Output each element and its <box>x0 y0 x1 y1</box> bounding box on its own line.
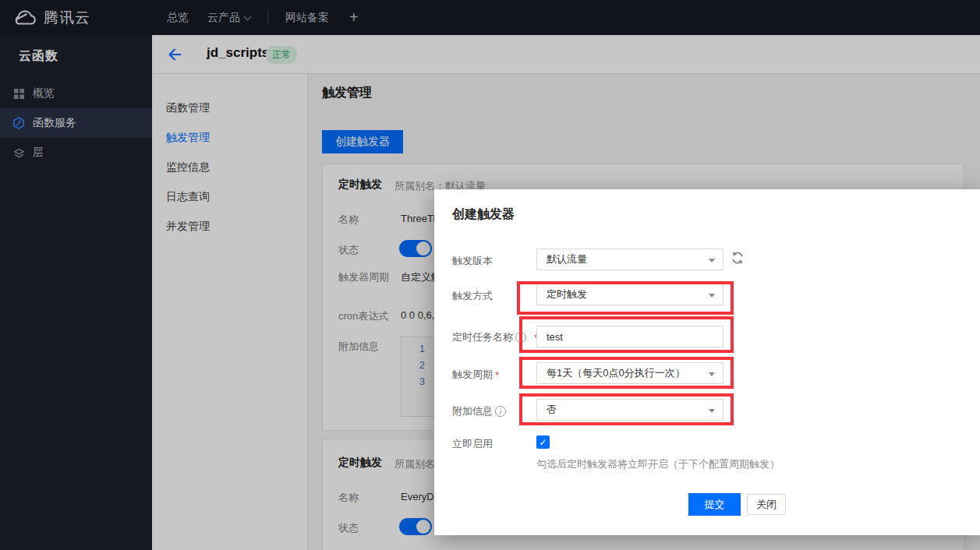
enable-now-label: 立即启用 <box>452 437 493 451</box>
select-caret-icon <box>709 372 715 376</box>
create-trigger-modal: 创建触发器 触发版本 默认流量 触发方式 定时触发 定时任务名称 i * 触 <box>434 189 980 535</box>
refresh-icon[interactable] <box>730 250 745 266</box>
modal-title: 创建触发器 <box>452 206 515 223</box>
task-name-label: 定时任务名称 i * <box>452 330 538 344</box>
version-select[interactable]: 默认流量 <box>536 249 724 270</box>
info-icon[interactable]: i <box>515 332 526 343</box>
info-icon[interactable]: i <box>495 406 506 417</box>
extra-info-select[interactable]: 否 <box>536 399 724 421</box>
extra-info-label: 附加信息 i <box>452 404 506 418</box>
version-label: 触发版本 <box>452 254 493 268</box>
select-caret-icon <box>709 294 715 298</box>
enable-hint: 勾选后定时触发器将立即开启（于下个配置周期触发） <box>536 457 780 471</box>
cycle-label: 触发周期 * <box>452 368 499 382</box>
enable-now-checkbox[interactable]: ✓ <box>536 435 550 449</box>
method-label: 触发方式 <box>452 289 493 303</box>
required-asterisk: * <box>495 369 499 381</box>
close-button[interactable]: 关闭 <box>747 494 786 515</box>
task-name-input[interactable] <box>547 331 713 343</box>
method-select[interactable]: 定时触发 <box>536 284 724 305</box>
cycle-select[interactable]: 每1天（每天0点0分执行一次） <box>536 362 724 384</box>
app-root: 腾讯云 总览 云产品 网站备案 + 云函数 概览 <box>0 0 980 550</box>
select-caret-icon <box>709 259 715 263</box>
select-caret-icon <box>709 409 715 413</box>
submit-button[interactable]: 提交 <box>688 493 741 516</box>
task-name-field <box>536 326 724 347</box>
